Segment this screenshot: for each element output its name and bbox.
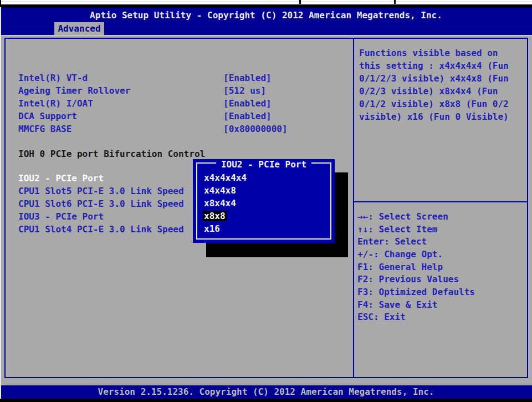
menu-item-slot4-link-speed[interactable]: CPU1 Slot4 PCI-E 3.0 Link Speed (18, 224, 184, 236)
hotkey-f1-help: F1: General Help (357, 262, 443, 272)
outer-window-left-tick (0, 0, 1, 7)
outer-window-tick (299, 0, 301, 4)
hotkey-select-screen: →←: Select Screen (357, 211, 448, 222)
menu-item-slot5-link-speed[interactable]: CPU1 Slot5 PCI-E 3.0 Link Speed (18, 186, 184, 198)
hotkey-f4-save-exit: F4: Save & Exit (357, 299, 438, 310)
outer-window-strip (0, 0, 532, 4)
hotkey-enter-select: Enter: Select (357, 236, 427, 247)
setting-value-dca[interactable]: [Enabled] (223, 111, 272, 123)
help-panel-divider (354, 201, 528, 202)
help-text-line: this setting : x4x4x4x4 (Fun (359, 60, 509, 71)
setting-label-ageing-timer[interactable]: Ageing Timer Rollover (18, 85, 130, 98)
tab-advanced[interactable]: Advanced (54, 22, 104, 35)
panel-vertical-divider (353, 38, 354, 378)
popup-title: IOU2 - PCIe Port (216, 159, 311, 170)
outer-window-left-edge (0, 0, 1, 399)
setting-value-vtd[interactable]: [Enabled] (223, 73, 272, 85)
menu-item-iou2-selected[interactable]: IOU2 - PCIe Port (18, 173, 104, 185)
main-top-separator (0, 35, 532, 36)
setting-value-mmcfg[interactable]: [0x80000000] (223, 124, 288, 136)
hotkey-select-item: ↑↓: Select Item (357, 224, 438, 235)
setting-value-ageing-timer[interactable]: [512 us] (223, 85, 266, 98)
hotkey-f3-defaults: F3: Optimized Defaults (357, 287, 475, 297)
menu-item-iou3[interactable]: IOU3 - PCIe Port (18, 211, 104, 223)
menu-item-slot6-link-speed[interactable]: CPU1 Slot6 PCI-E 3.0 Link Speed (18, 199, 184, 211)
version-bar: Version 2.15.1236. Copyright (C) 2012 Am… (0, 385, 532, 399)
popup-option-x8x4x4[interactable]: x8x4x4 (204, 198, 236, 208)
help-text-line: Functions visible based on (359, 48, 498, 58)
popup-dialog-iou2: IOU2 - PCIe Port x4x4x4x4 x4x4x8 x8x4x4 … (193, 159, 335, 243)
help-text-line: 0/2/3 visible) x8x4x4 (Fun (359, 86, 498, 96)
setting-label-mmcfg[interactable]: MMCFG BASE (18, 124, 71, 136)
popup-option-x16[interactable]: x16 (204, 223, 220, 234)
app-title-bar: Aptio Setup Utility - Copyright (C) 2012… (0, 8, 532, 22)
hotkey-f2-previous: F2: Previous Values (357, 274, 459, 284)
section-heading-bifurcation: IOH 0 PCIe port Bifurcation Control (18, 149, 205, 161)
popup-option-x4x4x4x4[interactable]: x4x4x4x4 (204, 172, 247, 183)
hotkey-change-opt: +/-: Change Opt. (357, 249, 443, 259)
outer-window-tick (394, 0, 396, 4)
hotkey-esc-exit: ESC: Exit (357, 312, 406, 322)
help-text-line: 0/1/2 visible) x8x8 (Fun 0/2 (359, 99, 509, 109)
setting-label-vtd[interactable]: Intel(R) VT-d (18, 73, 88, 85)
setting-value-ioat[interactable]: [Enabled] (223, 98, 272, 110)
popup-option-x8x8-highlighted[interactable]: x8x8 (203, 211, 227, 221)
outer-window-hairline (0, 2, 532, 2)
setting-label-dca[interactable]: DCA Support (18, 111, 77, 123)
screen-bottom-black-band (0, 399, 532, 402)
help-text-line: visible) x16 (Fun 0 Visible) (359, 111, 509, 122)
help-text-line: 0/1/2/3 visible) x4x4x8 (Fun (359, 73, 509, 84)
popup-option-x4x4x8[interactable]: x4x4x8 (204, 185, 236, 196)
setting-label-ioat[interactable]: Intel(R) I/OAT (18, 98, 93, 110)
tab-row: Advanced (0, 22, 532, 35)
